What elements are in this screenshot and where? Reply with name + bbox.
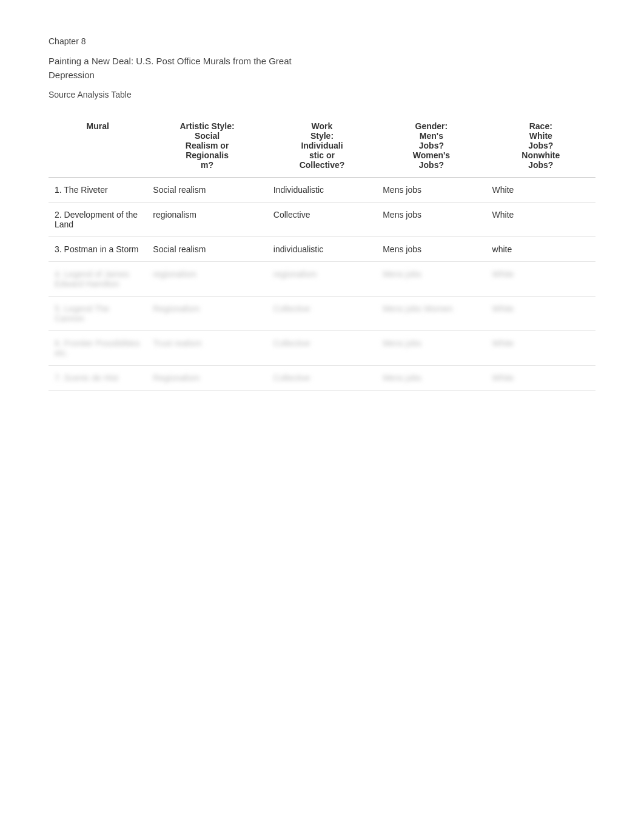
cell-mural: 2. Development of the Land (49, 203, 147, 237)
cell-gender: Mens jobs (377, 366, 486, 391)
table-row: 1. The RiveterSocial realismIndividualis… (49, 178, 595, 203)
table-header-row: Mural Artistic Style:SocialRealism orReg… (49, 114, 595, 178)
cell-work: Collective (267, 203, 377, 237)
cell-gender: Mens jobs (377, 331, 486, 366)
cell-artistic: Regionalism (147, 366, 267, 391)
table-row: 2. Development of the LandregionalismCol… (49, 203, 595, 237)
painting-title-line2: Depression (49, 70, 595, 80)
cell-race: White (486, 331, 595, 366)
source-analysis-label: Source Analysis Table (49, 90, 595, 99)
cell-race: White (486, 178, 595, 203)
chapter-title: Chapter 8 (49, 36, 595, 46)
cell-mural: 1. The Riveter (49, 178, 147, 203)
cell-race: White (486, 297, 595, 331)
cell-work: Collective (267, 331, 377, 366)
cell-mural: 4. Legend of James Edward Hamilton (49, 262, 147, 297)
cell-work: Collective (267, 297, 377, 331)
table-row: 5. Legend The CannonRegionalismCollectiv… (49, 297, 595, 331)
table-row: 7. Scenic de HistRegionalismCollectiveMe… (49, 366, 595, 391)
cell-gender: Mens jobs (377, 262, 486, 297)
painting-title-line1: Painting a New Deal: U.S. Post Office Mu… (49, 56, 595, 66)
source-analysis-table: Mural Artistic Style:SocialRealism orReg… (49, 114, 595, 391)
cell-gender: Mens jobs (377, 178, 486, 203)
cell-mural: 6. Frontier Possibilities etc. (49, 331, 147, 366)
cell-gender: Mens jobs Women (377, 297, 486, 331)
cell-work: Individualistic (267, 178, 377, 203)
table-row: 6. Frontier Possibilities etc.Trust real… (49, 331, 595, 366)
col-header-race: Race:WhiteJobs?NonwhiteJobs? (486, 114, 595, 178)
cell-race: White (486, 262, 595, 297)
cell-race: White (486, 203, 595, 237)
cell-race: white (486, 237, 595, 262)
cell-work: regionalism (267, 262, 377, 297)
cell-race: White (486, 366, 595, 391)
cell-artistic: Social realism (147, 178, 267, 203)
cell-artistic: Social realism (147, 237, 267, 262)
table-row: 3. Postman in a StormSocial realismindiv… (49, 237, 595, 262)
cell-gender: Mens jobs (377, 203, 486, 237)
cell-mural: 3. Postman in a Storm (49, 237, 147, 262)
col-header-artistic: Artistic Style:SocialRealism orRegionali… (147, 114, 267, 178)
cell-gender: Mens jobs (377, 237, 486, 262)
cell-artistic: regionalism (147, 203, 267, 237)
table-row: 4. Legend of James Edward Hamiltonregion… (49, 262, 595, 297)
cell-mural: 5. Legend The Cannon (49, 297, 147, 331)
col-header-work: WorkStyle:Individualistic orCollective? (267, 114, 377, 178)
cell-work: individualistic (267, 237, 377, 262)
page-header: Chapter 8 Painting a New Deal: U.S. Post… (49, 36, 595, 99)
cell-artistic: Trust realism (147, 331, 267, 366)
cell-artistic: regionalism (147, 262, 267, 297)
cell-artistic: Regionalism (147, 297, 267, 331)
cell-work: Collective (267, 366, 377, 391)
col-header-gender: Gender:Men'sJobs?Women'sJobs? (377, 114, 486, 178)
cell-mural: 7. Scenic de Hist (49, 366, 147, 391)
col-header-mural: Mural (49, 114, 147, 178)
